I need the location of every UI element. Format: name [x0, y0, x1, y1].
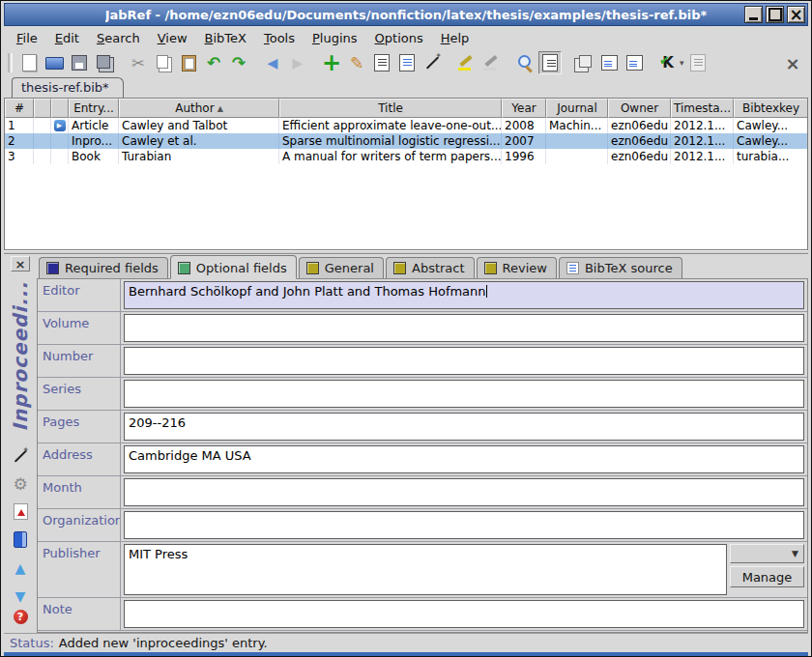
- menu-edit[interactable]: Edit: [46, 28, 88, 48]
- save-all-icon[interactable]: [93, 51, 116, 74]
- tab-bibtex-source[interactable]: BibTeX source: [559, 257, 682, 278]
- number-field-input[interactable]: [124, 347, 804, 375]
- open-pdf-icon[interactable]: [10, 501, 31, 523]
- header-title[interactable]: Title: [279, 99, 502, 118]
- header-number[interactable]: #: [5, 99, 34, 118]
- mark-entries-icon[interactable]: [454, 51, 478, 74]
- chevron-down-icon: ▼: [792, 549, 798, 558]
- header-entrytype[interactable]: Entry...: [69, 99, 119, 118]
- entry-editor: × Inproceedi... Required fields Optional…: [4, 254, 808, 633]
- field-row-editor: Editor Bernhard Schölkopf and John Platt…: [38, 279, 807, 312]
- next-entry-icon[interactable]: [10, 586, 31, 607]
- header-file[interactable]: [51, 99, 69, 118]
- menu-options[interactable]: Options: [366, 28, 432, 48]
- publisher-selector-dropdown[interactable]: ▼: [730, 544, 804, 563]
- note-field-input[interactable]: [124, 600, 804, 628]
- menu-bibtex[interactable]: BibTeX: [196, 28, 255, 48]
- field-label: Publisher: [38, 542, 121, 597]
- entry-type-label: Inproceedi...: [9, 281, 32, 432]
- new-database-icon[interactable]: [17, 51, 41, 74]
- export-icon[interactable]: [686, 51, 710, 74]
- settings-gear-icon[interactable]: [10, 473, 31, 495]
- redo-icon[interactable]: [227, 51, 250, 74]
- toggle-groups-icon[interactable]: [538, 51, 562, 74]
- tab-general[interactable]: General: [299, 257, 384, 278]
- toolbar-drag-handle[interactable]: [8, 53, 13, 72]
- close-database-icon[interactable]: [781, 51, 804, 74]
- cell-entrytype: Inpro...: [69, 133, 119, 149]
- month-field-input[interactable]: [124, 478, 804, 506]
- header-bibtexkey[interactable]: Bibtexkey: [734, 99, 807, 118]
- new-entry-wizard-icon[interactable]: [420, 51, 444, 74]
- close-icon[interactable]: [787, 6, 805, 23]
- series-field-input[interactable]: [124, 380, 804, 408]
- menu-help[interactable]: Help: [432, 28, 478, 48]
- close-editor-icon[interactable]: ×: [11, 256, 30, 271]
- tab-abstract[interactable]: Abstract: [386, 257, 475, 278]
- generate-bibtex-key-icon[interactable]: [10, 445, 31, 467]
- database-tab[interactable]: thesis-ref.bib*: [12, 77, 124, 98]
- search-icon[interactable]: [513, 51, 536, 74]
- paste-icon[interactable]: [177, 51, 200, 74]
- open-url-icon[interactable]: [10, 529, 31, 551]
- save-database-icon[interactable]: [68, 51, 91, 74]
- organization-field-input[interactable]: [124, 511, 804, 539]
- copy-icon[interactable]: [152, 51, 175, 74]
- unmark-entries-icon[interactable]: [479, 51, 503, 74]
- editor-field-input[interactable]: Bernhard Schölkopf and John Platt and Th…: [124, 281, 804, 309]
- publisher-field-input[interactable]: MIT Press: [124, 544, 727, 595]
- menu-view[interactable]: View: [149, 28, 196, 48]
- push-to-lyx-icon[interactable]: [656, 51, 680, 74]
- edit-preamble-icon[interactable]: [370, 51, 393, 74]
- menu-search[interactable]: Search: [88, 28, 149, 48]
- header-owner[interactable]: Owner: [608, 99, 671, 118]
- address-field-input[interactable]: Cambridge MA USA: [124, 445, 804, 473]
- entry-table: # Entry... Author ▲ Title Year Journal O…: [4, 98, 808, 250]
- tab-required-fields[interactable]: Required fields: [39, 257, 168, 278]
- header-author[interactable]: Author ▲: [119, 99, 279, 118]
- push-dropdown-caret-icon[interactable]: ▾: [680, 58, 684, 68]
- field-value: Bernhard Schölkopf and John Platt and Th…: [129, 284, 486, 299]
- menu-tools[interactable]: Tools: [255, 28, 304, 48]
- edit-entry-icon[interactable]: [345, 51, 368, 74]
- minimize-icon[interactable]: [744, 6, 763, 23]
- duplicate-entry-icon[interactable]: [572, 51, 595, 74]
- help-icon[interactable]: [10, 607, 31, 628]
- manage-button[interactable]: Manage: [730, 566, 804, 587]
- volume-field-input[interactable]: [124, 314, 804, 342]
- field-label: Series: [38, 378, 121, 410]
- push-to-application-icon[interactable]: [597, 51, 621, 74]
- undo-icon[interactable]: [202, 51, 225, 74]
- window-title: JabRef - /home/ezn06edu/Documents/nonfic…: [105, 8, 708, 22]
- title-bar[interactable]: JabRef - /home/ezn06edu/Documents/nonfic…: [4, 3, 808, 26]
- pages-field-input[interactable]: 209--216: [124, 413, 804, 441]
- maximize-icon[interactable]: [766, 6, 784, 23]
- header-ranking[interactable]: [34, 99, 51, 118]
- table-row[interactable]: 3 Book Turabian A manual for writers of …: [5, 149, 807, 164]
- back-icon[interactable]: [261, 51, 284, 74]
- tab-label: Abstract: [412, 261, 465, 275]
- edit-strings-icon[interactable]: [395, 51, 419, 74]
- forward-icon[interactable]: [286, 51, 309, 74]
- open-database-icon[interactable]: [43, 51, 66, 74]
- tab-optional-fields[interactable]: Optional fields: [170, 255, 297, 279]
- header-year[interactable]: Year: [502, 99, 546, 118]
- url-icon[interactable]: [54, 120, 66, 131]
- previous-entry-icon[interactable]: [10, 557, 31, 579]
- menu-file[interactable]: File: [8, 28, 46, 48]
- cell-year: 1996: [502, 149, 546, 164]
- header-journal[interactable]: Journal: [546, 99, 608, 118]
- cell-title: A manual for writers of term papers...: [279, 149, 502, 164]
- menu-plugins[interactable]: Plugins: [304, 28, 366, 48]
- table-row[interactable]: 1 Article Cawley and Talbot Efficient ap…: [5, 118, 807, 133]
- tab-review[interactable]: Review: [477, 257, 557, 278]
- cut-icon[interactable]: [127, 51, 150, 74]
- header-timestamp[interactable]: Timesta...: [671, 99, 734, 118]
- cell-ranking: [34, 149, 51, 164]
- push-to-application-2-icon[interactable]: [623, 51, 646, 74]
- field-value: MIT Press: [129, 547, 188, 561]
- required-fields-swatch-icon: [46, 262, 59, 274]
- new-entry-icon[interactable]: [320, 51, 343, 74]
- table-row-selected[interactable]: 2 Inpro... Cawley et al. Sparse multinom…: [5, 133, 807, 149]
- cell-journal: Machin...: [546, 118, 608, 133]
